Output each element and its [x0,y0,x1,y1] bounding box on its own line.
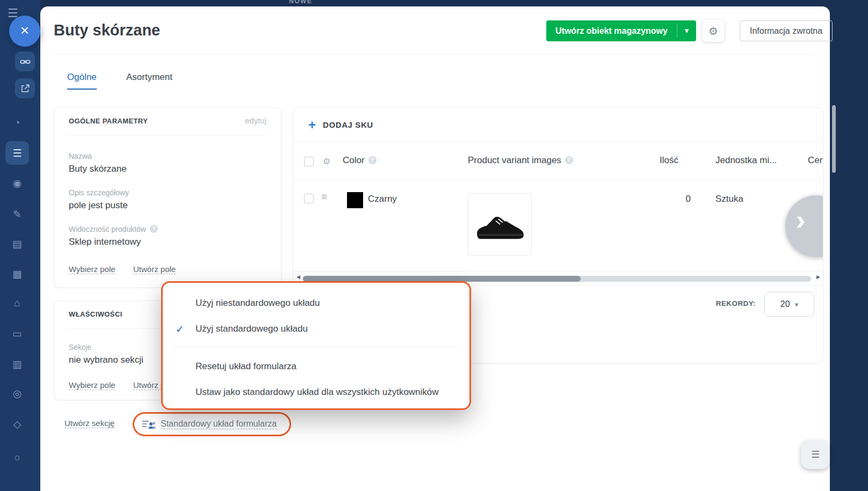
field-value-nazwa: Buty skórzane [69,164,127,174]
sidebar-icon-target[interactable]: ◎ [5,382,29,405]
list-icon: ☰ [811,449,820,460]
field-label-widocznosc: Widoczność produktów? [69,225,158,233]
create-dropdown-toggle[interactable]: ▾ [677,20,696,41]
open-in-new-icon [20,84,30,93]
quantity-value: 0 [626,194,691,204]
color-name: Czarny [368,194,397,204]
sidebar-icon-automation[interactable]: ◉ [5,171,29,195]
field-value-opis: pole jest puste [69,200,128,211]
field-label-opis: Opis szczegółowy [69,188,129,197]
product-image-shoe [473,207,527,242]
header-divider [54,54,816,55]
plus-icon: + [308,119,316,131]
general-params-title: OGÓLNE PARAMETRY [69,117,148,125]
page-title: Buty skórzane [54,21,160,39]
select-field-link[interactable]: Wybierz pole [69,265,115,274]
records-dropdown[interactable]: 20 ▾ [764,292,814,317]
menu-item-set-for-all[interactable]: Ustaw jako standardowy układ dla wszystk… [164,379,468,405]
field-label-text: Widoczność produktów [69,225,146,233]
tab-ogolne[interactable]: Ogólne [67,72,97,90]
column-quantity[interactable]: Ilość [626,155,678,166]
help-icon[interactable]: ? [150,225,158,233]
menu-item-label: Ustaw jako standardowy układ dla wszystk… [196,387,439,398]
product-image[interactable] [468,193,532,255]
sidebar-icon-warehouse[interactable]: ⌂ [5,291,29,315]
sidebar-icon-card[interactable]: ▭ [5,321,29,345]
menu-item-standard-layout[interactable]: ✓ Użyj standardowego układu [164,316,468,342]
help-icon[interactable]: ? [368,156,377,164]
warehouse-icon: ⌂ [14,297,20,309]
sidebar-icon-more[interactable]: ○ [5,446,29,470]
gauge-icon: ◔ [14,117,20,129]
select-field-link-text[interactable]: Wybierz pole [69,380,115,390]
color-swatch [347,192,363,208]
menu-item-custom-layout[interactable]: Użyj niestandardowego układu [164,290,468,316]
settings-button[interactable]: ⚙ [702,20,725,42]
floating-list-button[interactable]: ☰ [801,440,830,469]
column-price[interactable]: Cena [808,155,823,166]
create-object-label[interactable]: Utwórz obiekt magazynowy [546,20,677,41]
more-icon: ○ [14,452,20,464]
chevron-right-icon: › [796,204,805,236]
sidebar-icon-cube[interactable]: ◇ [5,412,29,436]
gear-icon: ⚙ [323,157,330,166]
chart-icon: ▥ [12,358,22,370]
document-icon: ▤ [12,238,22,250]
copy-link-button[interactable] [15,52,35,71]
sidebar-icon-catalog[interactable]: ☰ [5,141,29,165]
field-value-widocznosc: Sklep internetowy [69,237,141,247]
properties-title: WŁAŚCIWOŚCI [69,310,122,318]
sidebar-icon-document[interactable]: ▤ [5,232,29,255]
edit-link[interactable]: edytuj [245,116,266,125]
menu-item-label: Użyj niestandardowego układu [196,298,320,309]
create-object-button[interactable]: Utwórz obiekt magazynowy ▾ [546,20,696,41]
records-label: REKORDY: [716,299,756,307]
grid-settings-button[interactable]: ⚙ [323,156,330,166]
unit-value: Sztuka [715,194,743,204]
chevron-down-icon: ▾ [795,301,799,309]
target-icon: ◎ [13,387,22,400]
standard-layout-link[interactable]: Standardowy układ formularza [161,419,277,429]
tab-asortyment[interactable]: Asortyment [126,72,172,83]
open-in-new-button[interactable] [15,78,35,98]
column-images-label: Product variant images [468,155,561,165]
catalog-icon: ☰ [12,147,21,159]
help-icon[interactable]: ? [565,156,573,164]
select-all-checkbox[interactable] [304,157,314,166]
scroll-left-icon[interactable]: ◀ [296,274,300,280]
top-new-badge: NOWE [289,0,312,5]
row-checkbox[interactable] [304,194,314,203]
create-field-link[interactable]: Utwórz pole [133,265,176,274]
scroll-right-icon[interactable]: ▶ [816,274,820,280]
screen: NOWE ☰ ◔ ☰ ◉ ✎ ▤ ▦ ⌂ ▭ ▥ ◎ ◇ ○ Buty skór… [0,0,868,491]
column-unit[interactable]: Jednostka mi... [715,155,777,166]
automation-icon: ◉ [13,177,22,189]
page-scrollbar[interactable] [832,105,836,173]
sku-row: ≡ Czarny 0 Sztuka [293,180,823,272]
standard-layout-highlight: Standardowy układ formularza [133,412,291,436]
column-color[interactable]: Color? [343,155,377,166]
column-images[interactable]: Product variant images? [468,155,573,166]
add-sku-button[interactable]: + DODAJ SKU [293,108,823,142]
sidebar-icon-gauge[interactable]: ◔ [5,111,29,135]
create-field-link-text[interactable]: Utwórz pole [133,265,176,274]
divider [69,135,266,136]
drag-handle-icon[interactable]: ≡ [321,191,327,203]
create-section-link-text[interactable]: Utwórz sekcję [64,419,114,428]
close-slider-button[interactable]: × [9,16,40,47]
sidebar-icon-cart[interactable]: ▦ [5,262,29,285]
sidebar: ☰ ◔ ☰ ◉ ✎ ▤ ▦ ⌂ ▭ ▥ ◎ ◇ ○ [0,0,40,491]
add-sku-label: DODAJ SKU [323,120,373,129]
cart-icon: ▦ [12,268,22,280]
grid-header-row: ⚙ Color? Product variant images? Ilość J… [293,143,823,180]
sidebar-icon-pencil[interactable]: ✎ [5,202,29,226]
select-field-link[interactable]: Wybierz pole [69,380,115,390]
feedback-button[interactable]: Informacja zwrotna [740,20,833,41]
chevron-down-icon: ▾ [685,26,689,35]
select-field-link-text[interactable]: Wybierz pole [69,265,115,274]
field-label-nazwa: Nazwa [69,152,92,160]
menu-item-reset-layout[interactable]: Resetuj układ formularza [164,354,468,379]
create-section-link[interactable]: Utwórz sekcję [64,419,114,428]
sidebar-icon-chart[interactable]: ▥ [5,352,29,376]
records-value: 20 [780,299,790,309]
